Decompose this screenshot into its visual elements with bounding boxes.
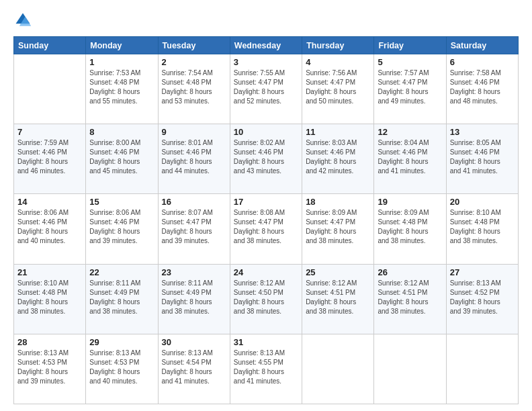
calendar-cell: 1Sunrise: 7:53 AM Sunset: 4:48 PM Daylig…: [86, 54, 158, 124]
day-number: 22: [89, 267, 154, 277]
calendar-cell: 24Sunrise: 8:12 AM Sunset: 4:50 PM Dayli…: [230, 264, 302, 334]
day-info: Sunrise: 7:59 AM Sunset: 4:46 PM Dayligh…: [17, 138, 82, 176]
day-number: 26: [378, 267, 442, 277]
calendar-cell: 3Sunrise: 7:55 AM Sunset: 4:47 PM Daylig…: [230, 54, 302, 124]
calendar-cell: 10Sunrise: 8:02 AM Sunset: 4:46 PM Dayli…: [230, 124, 302, 194]
day-number: 27: [450, 267, 515, 277]
calendar-cell: [374, 334, 446, 404]
day-number: 3: [234, 57, 298, 67]
day-number: 31: [234, 337, 298, 347]
calendar-cell: 17Sunrise: 8:08 AM Sunset: 4:47 PM Dayli…: [230, 194, 302, 264]
calendar-cell: 23Sunrise: 8:11 AM Sunset: 4:49 PM Dayli…: [158, 264, 230, 334]
calendar-cell: [446, 334, 518, 404]
calendar-week-row: 28Sunrise: 8:13 AM Sunset: 4:53 PM Dayli…: [14, 334, 519, 404]
day-number: 21: [17, 267, 82, 277]
calendar-cell: 18Sunrise: 8:09 AM Sunset: 4:47 PM Dayli…: [302, 194, 374, 264]
day-number: 10: [234, 127, 298, 137]
calendar-cell: 9Sunrise: 8:01 AM Sunset: 4:46 PM Daylig…: [158, 124, 230, 194]
day-info: Sunrise: 8:13 AM Sunset: 4:53 PM Dayligh…: [89, 349, 154, 386]
weekday-header: Monday: [86, 37, 158, 54]
day-info: Sunrise: 7:54 AM Sunset: 4:48 PM Dayligh…: [162, 68, 226, 106]
calendar-header-row: SundayMondayTuesdayWednesdayThursdayFrid…: [14, 37, 519, 54]
calendar-cell: 30Sunrise: 8:13 AM Sunset: 4:54 PM Dayli…: [158, 334, 230, 404]
day-number: 16: [162, 197, 226, 207]
day-info: Sunrise: 8:07 AM Sunset: 4:47 PM Dayligh…: [162, 208, 226, 246]
day-number: 9: [162, 127, 226, 137]
day-number: 20: [450, 197, 515, 207]
calendar-cell: 29Sunrise: 8:13 AM Sunset: 4:53 PM Dayli…: [86, 334, 158, 404]
day-number: 7: [17, 127, 82, 137]
day-number: 29: [89, 337, 154, 347]
calendar-cell: 16Sunrise: 8:07 AM Sunset: 4:47 PM Dayli…: [158, 194, 230, 264]
day-number: 14: [17, 197, 82, 207]
calendar-cell: 8Sunrise: 8:00 AM Sunset: 4:46 PM Daylig…: [86, 124, 158, 194]
day-info: Sunrise: 8:11 AM Sunset: 4:49 PM Dayligh…: [89, 279, 154, 316]
logo: [13, 11, 35, 30]
calendar-week-row: 7Sunrise: 7:59 AM Sunset: 4:46 PM Daylig…: [14, 124, 519, 194]
calendar-cell: 5Sunrise: 7:57 AM Sunset: 4:47 PM Daylig…: [374, 54, 446, 124]
calendar-cell: 25Sunrise: 8:12 AM Sunset: 4:51 PM Dayli…: [302, 264, 374, 334]
day-number: 25: [306, 267, 370, 277]
day-number: 17: [234, 197, 298, 207]
day-info: Sunrise: 8:09 AM Sunset: 4:48 PM Dayligh…: [378, 208, 442, 246]
day-number: 23: [162, 267, 226, 277]
calendar-cell: 27Sunrise: 8:13 AM Sunset: 4:52 PM Dayli…: [446, 264, 518, 334]
calendar-cell: 15Sunrise: 8:06 AM Sunset: 4:46 PM Dayli…: [86, 194, 158, 264]
calendar-cell: 26Sunrise: 8:12 AM Sunset: 4:51 PM Dayli…: [374, 264, 446, 334]
weekday-header: Saturday: [446, 37, 518, 54]
calendar-week-row: 1Sunrise: 7:53 AM Sunset: 4:48 PM Daylig…: [14, 54, 519, 124]
calendar-cell: 13Sunrise: 8:05 AM Sunset: 4:46 PM Dayli…: [446, 124, 518, 194]
calendar-cell: 20Sunrise: 8:10 AM Sunset: 4:48 PM Dayli…: [446, 194, 518, 264]
day-number: 8: [89, 127, 154, 137]
day-info: Sunrise: 8:00 AM Sunset: 4:46 PM Dayligh…: [89, 138, 154, 176]
day-number: 15: [89, 197, 154, 207]
calendar-cell: 14Sunrise: 8:06 AM Sunset: 4:46 PM Dayli…: [14, 194, 86, 264]
logo-icon: [13, 11, 32, 30]
day-number: 24: [234, 267, 298, 277]
header: [13, 11, 519, 30]
weekday-header: Friday: [374, 37, 446, 54]
day-number: 28: [17, 337, 82, 347]
day-number: 12: [378, 127, 442, 137]
day-info: Sunrise: 8:02 AM Sunset: 4:46 PM Dayligh…: [234, 138, 298, 176]
day-info: Sunrise: 8:13 AM Sunset: 4:53 PM Dayligh…: [17, 349, 82, 386]
day-info: Sunrise: 8:13 AM Sunset: 4:52 PM Dayligh…: [450, 279, 515, 316]
calendar-cell: 12Sunrise: 8:04 AM Sunset: 4:46 PM Dayli…: [374, 124, 446, 194]
weekday-header: Tuesday: [158, 37, 230, 54]
day-info: Sunrise: 8:04 AM Sunset: 4:46 PM Dayligh…: [378, 138, 442, 176]
calendar-cell: 6Sunrise: 7:58 AM Sunset: 4:46 PM Daylig…: [446, 54, 518, 124]
calendar-cell: 4Sunrise: 7:56 AM Sunset: 4:47 PM Daylig…: [302, 54, 374, 124]
day-info: Sunrise: 8:10 AM Sunset: 4:48 PM Dayligh…: [450, 208, 515, 246]
calendar-cell: 22Sunrise: 8:11 AM Sunset: 4:49 PM Dayli…: [86, 264, 158, 334]
day-info: Sunrise: 8:13 AM Sunset: 4:54 PM Dayligh…: [162, 349, 226, 386]
calendar-cell: 21Sunrise: 8:10 AM Sunset: 4:48 PM Dayli…: [14, 264, 86, 334]
day-info: Sunrise: 8:10 AM Sunset: 4:48 PM Dayligh…: [17, 279, 82, 316]
day-info: Sunrise: 8:11 AM Sunset: 4:49 PM Dayligh…: [162, 279, 226, 316]
day-number: 19: [378, 197, 442, 207]
day-number: 11: [306, 127, 370, 137]
day-number: 6: [450, 57, 515, 67]
page: SundayMondayTuesdayWednesdayThursdayFrid…: [0, 0, 532, 411]
day-info: Sunrise: 8:09 AM Sunset: 4:47 PM Dayligh…: [306, 208, 370, 246]
day-info: Sunrise: 7:55 AM Sunset: 4:47 PM Dayligh…: [234, 68, 298, 106]
calendar-cell: [14, 54, 86, 124]
day-number: 4: [306, 57, 370, 67]
day-info: Sunrise: 7:53 AM Sunset: 4:48 PM Dayligh…: [89, 68, 154, 106]
day-info: Sunrise: 8:12 AM Sunset: 4:51 PM Dayligh…: [378, 279, 442, 316]
day-info: Sunrise: 7:57 AM Sunset: 4:47 PM Dayligh…: [378, 68, 442, 106]
day-number: 13: [450, 127, 515, 137]
calendar-cell: [302, 334, 374, 404]
weekday-header: Wednesday: [230, 37, 302, 54]
calendar-cell: 28Sunrise: 8:13 AM Sunset: 4:53 PM Dayli…: [14, 334, 86, 404]
day-number: 1: [89, 57, 154, 67]
day-number: 18: [306, 197, 370, 207]
day-number: 30: [162, 337, 226, 347]
day-info: Sunrise: 8:05 AM Sunset: 4:46 PM Dayligh…: [450, 138, 515, 176]
calendar-cell: 31Sunrise: 8:13 AM Sunset: 4:55 PM Dayli…: [230, 334, 302, 404]
day-info: Sunrise: 7:58 AM Sunset: 4:46 PM Dayligh…: [450, 68, 515, 106]
day-info: Sunrise: 7:56 AM Sunset: 4:47 PM Dayligh…: [306, 68, 370, 106]
day-number: 5: [378, 57, 442, 67]
calendar-cell: 11Sunrise: 8:03 AM Sunset: 4:46 PM Dayli…: [302, 124, 374, 194]
calendar-cell: 7Sunrise: 7:59 AM Sunset: 4:46 PM Daylig…: [14, 124, 86, 194]
day-info: Sunrise: 8:12 AM Sunset: 4:51 PM Dayligh…: [306, 279, 370, 316]
